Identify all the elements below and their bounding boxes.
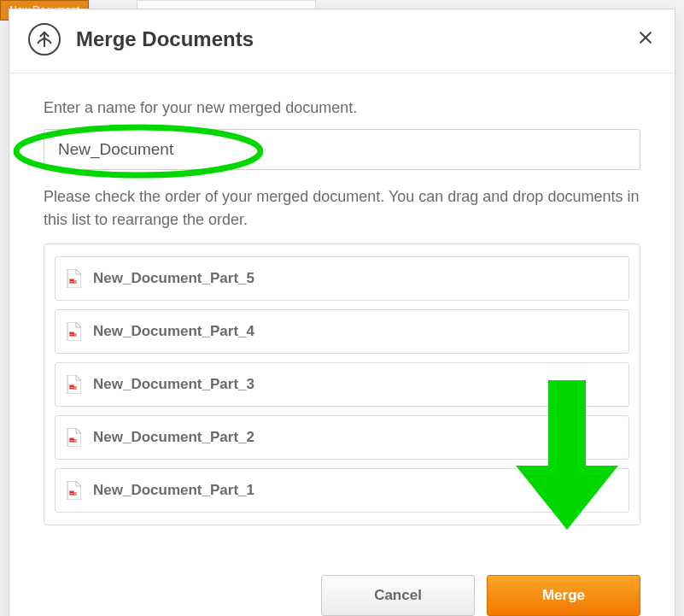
name-prompt-label: Enter a name for your new merged documen… xyxy=(44,99,640,117)
merge-icon xyxy=(28,23,61,56)
merge-button[interactable]: Merge xyxy=(487,575,640,616)
order-prompt-label: Please check the order of your merged do… xyxy=(44,185,640,232)
document-name-label: New_Document_Part_2 xyxy=(93,429,254,446)
document-order-list: New_Document_Part_5 New_Document_Part_4 … xyxy=(44,243,640,525)
pdf-file-icon xyxy=(66,428,81,447)
document-list-item[interactable]: New_Document_Part_5 xyxy=(55,256,629,301)
modal-title: Merge Documents xyxy=(76,27,254,51)
pdf-file-icon xyxy=(66,481,81,500)
close-button[interactable] xyxy=(635,28,656,49)
merged-document-name-input[interactable] xyxy=(44,129,640,170)
document-list-item[interactable]: New_Document_Part_4 xyxy=(55,309,629,354)
pdf-file-icon xyxy=(66,269,81,288)
document-list-item[interactable]: New_Document_Part_2 xyxy=(55,415,629,460)
pdf-file-icon xyxy=(66,322,81,341)
document-name-label: New_Document_Part_5 xyxy=(93,270,254,287)
document-list-item[interactable]: New_Document_Part_3 xyxy=(55,362,629,407)
document-list-item[interactable]: New_Document_Part_1 xyxy=(55,468,629,513)
modal-body: Enter a name for your new merged documen… xyxy=(9,73,675,549)
document-name-label: New_Document_Part_3 xyxy=(93,376,254,393)
document-name-label: New_Document_Part_4 xyxy=(93,323,254,340)
cancel-button[interactable]: Cancel xyxy=(321,575,475,616)
close-icon xyxy=(637,36,654,49)
merge-documents-modal: Merge Documents Enter a name for your ne… xyxy=(9,9,675,616)
modal-footer: Cancel Merge xyxy=(9,575,675,616)
document-name-label: New_Document_Part_1 xyxy=(93,482,254,499)
modal-header: Merge Documents xyxy=(9,9,675,73)
pdf-file-icon xyxy=(66,375,81,394)
